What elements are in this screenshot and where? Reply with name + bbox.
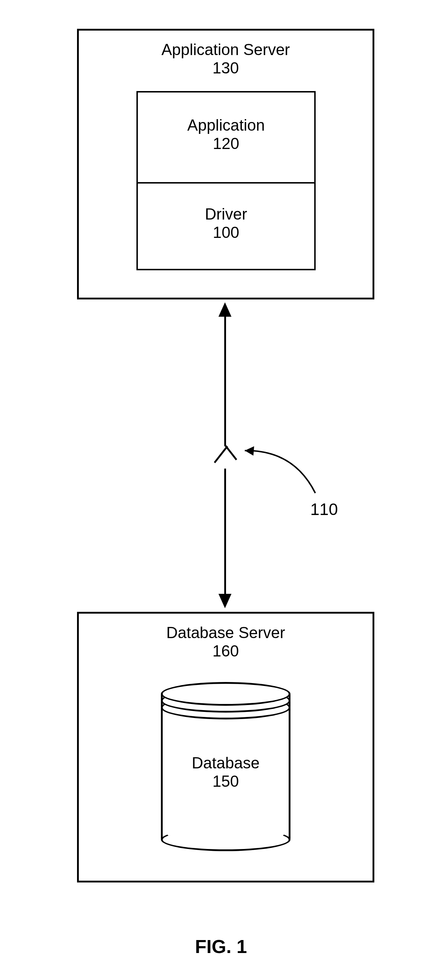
- callout-curve-icon: [240, 443, 326, 497]
- application-server-title: Application Server 130: [79, 41, 372, 77]
- database-cylinder: Database 150: [161, 682, 291, 851]
- text: 110: [310, 500, 338, 519]
- svg-marker-0: [245, 446, 254, 456]
- break-cover: [211, 446, 243, 472]
- driver-label: Driver 100: [138, 205, 314, 242]
- arrowhead-up-icon: [218, 302, 231, 317]
- database-server-box: Database Server 160 Database 150: [77, 612, 374, 883]
- connector-label: 110: [310, 500, 338, 519]
- text: 100: [213, 223, 239, 241]
- connector-line-top: [224, 316, 226, 449]
- text: FIG. 1: [195, 936, 247, 957]
- text: 120: [213, 135, 239, 152]
- text: 160: [212, 642, 238, 660]
- text: Application: [187, 116, 264, 134]
- text: Database Server: [166, 624, 285, 641]
- application-driver-box: Application 120 Driver 100: [137, 91, 316, 270]
- text: Driver: [205, 205, 247, 223]
- diagram-canvas: Application Server 130 Application 120 D…: [0, 0, 442, 980]
- application-label: Application 120: [138, 116, 314, 153]
- application-cell: Application 120: [138, 92, 314, 182]
- text: Application Server: [161, 41, 290, 58]
- cylinder-bottom: [161, 828, 291, 851]
- application-server-box: Application Server 130 Application 120 D…: [77, 29, 374, 299]
- database-label: Database 150: [161, 754, 291, 790]
- text: 130: [212, 59, 238, 77]
- callout-arrow: [240, 443, 326, 497]
- cylinder-top: [161, 682, 291, 706]
- database-server-title: Database Server 160: [79, 624, 372, 660]
- figure-title: FIG. 1: [0, 936, 442, 957]
- text: Database: [192, 754, 259, 772]
- arrowhead-down-icon: [218, 594, 231, 608]
- connector-line-bottom: [224, 469, 226, 594]
- driver-cell: Driver 100: [138, 183, 314, 269]
- text: 150: [212, 772, 238, 790]
